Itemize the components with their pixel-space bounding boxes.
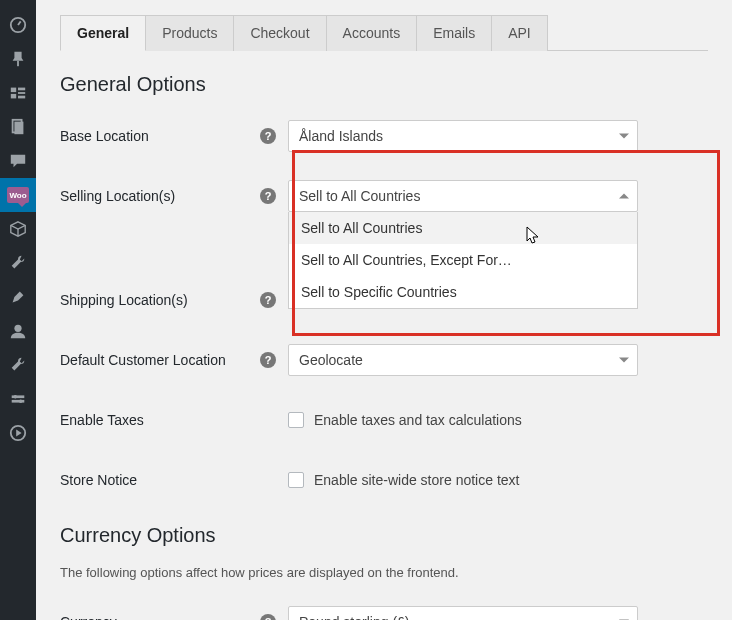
tab-emails[interactable]: Emails xyxy=(417,15,492,51)
tab-accounts[interactable]: Accounts xyxy=(327,15,418,51)
dropdown-option[interactable]: Sell to Specific Countries xyxy=(289,276,637,308)
label-currency: Currency xyxy=(60,614,260,620)
label-selling-locations: Selling Location(s) xyxy=(60,188,175,204)
checkbox-store-notice[interactable] xyxy=(288,472,304,488)
select-selling-locations[interactable]: Sell to All Countries xyxy=(288,180,638,212)
svg-rect-4 xyxy=(18,88,25,91)
help-icon[interactable]: ? xyxy=(260,614,276,620)
cursor-icon xyxy=(525,226,541,246)
currency-options-desc: The following options affect how prices … xyxy=(60,565,708,580)
general-options-heading: General Options xyxy=(60,73,708,96)
help-icon[interactable]: ? xyxy=(260,352,276,368)
chevron-down-icon xyxy=(619,134,629,139)
select-value: Geolocate xyxy=(299,352,363,368)
checkbox-label-enable-taxes: Enable taxes and tax calculations xyxy=(314,412,522,428)
select-value: Sell to All Countries xyxy=(299,188,420,204)
sidebar-settings-icon[interactable] xyxy=(0,348,36,382)
svg-rect-9 xyxy=(14,122,23,135)
select-default-customer-location[interactable]: Geolocate xyxy=(288,344,638,376)
tab-api[interactable]: API xyxy=(492,15,548,51)
tab-products[interactable]: Products xyxy=(146,15,234,51)
svg-rect-7 xyxy=(18,96,25,99)
row-store-notice: Store Notice Enable site-wide store noti… xyxy=(60,458,708,502)
label-store-notice: Store Notice xyxy=(60,472,260,488)
sidebar-pin-icon[interactable] xyxy=(0,42,36,76)
label-base-location: Base Location xyxy=(60,128,260,144)
chevron-down-icon xyxy=(619,358,629,363)
sidebar-collapse-icon[interactable] xyxy=(0,416,36,450)
label-shipping-locations: Shipping Location(s) xyxy=(60,292,260,308)
admin-sidebar: Woo xyxy=(0,0,36,620)
row-base-location: Base Location ? Åland Islands xyxy=(60,114,708,158)
sidebar-media-icon[interactable] xyxy=(0,76,36,110)
sidebar-tools-icon[interactable] xyxy=(0,246,36,280)
row-selling-locations: Selling Location(s) ? Sell to All Countr… xyxy=(60,174,708,218)
settings-tabs: General Products Checkout Accounts Email… xyxy=(60,14,708,51)
checkbox-enable-taxes[interactable] xyxy=(288,412,304,428)
svg-rect-6 xyxy=(11,94,16,99)
currency-options-heading: Currency Options xyxy=(60,524,708,547)
help-icon[interactable]: ? xyxy=(260,188,276,204)
svg-rect-3 xyxy=(11,88,16,93)
tab-checkout[interactable]: Checkout xyxy=(234,15,326,51)
sidebar-plugins-icon[interactable] xyxy=(0,382,36,416)
checkbox-label-store-notice: Enable site-wide store notice text xyxy=(314,472,519,488)
sidebar-pages-icon[interactable] xyxy=(0,110,36,144)
label-enable-taxes: Enable Taxes xyxy=(60,412,260,428)
row-default-customer-location: Default Customer Location ? Geolocate xyxy=(60,338,708,382)
help-icon[interactable]: ? xyxy=(260,128,276,144)
svg-point-15 xyxy=(19,399,23,403)
dropdown-selling-locations: Sell to All Countries Sell to All Countr… xyxy=(288,212,638,309)
sidebar-products-icon[interactable] xyxy=(0,212,36,246)
svg-point-11 xyxy=(14,325,21,332)
svg-marker-17 xyxy=(16,429,21,436)
help-icon[interactable]: ? xyxy=(260,292,276,308)
sidebar-users-icon[interactable] xyxy=(0,314,36,348)
select-value: Pound sterling (£) xyxy=(299,614,410,620)
svg-line-1 xyxy=(18,21,21,25)
select-value: Åland Islands xyxy=(299,128,383,144)
svg-point-14 xyxy=(14,395,18,399)
svg-rect-2 xyxy=(17,61,19,66)
svg-rect-5 xyxy=(18,92,25,94)
dropdown-option[interactable]: Sell to All Countries xyxy=(289,212,637,244)
select-base-location[interactable]: Åland Islands xyxy=(288,120,638,152)
dropdown-option[interactable]: Sell to All Countries, Except For… xyxy=(289,244,637,276)
tab-general[interactable]: General xyxy=(60,15,146,51)
settings-panel: General Products Checkout Accounts Email… xyxy=(36,0,732,620)
sidebar-dashboard-icon[interactable] xyxy=(0,8,36,42)
label-default-customer-location: Default Customer Location xyxy=(60,352,260,368)
chevron-up-icon xyxy=(619,194,629,199)
sidebar-comments-icon[interactable] xyxy=(0,144,36,178)
sidebar-woocommerce-icon[interactable]: Woo xyxy=(0,178,36,212)
row-enable-taxes: Enable Taxes Enable taxes and tax calcul… xyxy=(60,398,708,442)
select-currency[interactable]: Pound sterling (£) xyxy=(288,606,638,620)
sidebar-appearance-icon[interactable] xyxy=(0,280,36,314)
row-currency: Currency ? Pound sterling (£) xyxy=(60,600,708,620)
